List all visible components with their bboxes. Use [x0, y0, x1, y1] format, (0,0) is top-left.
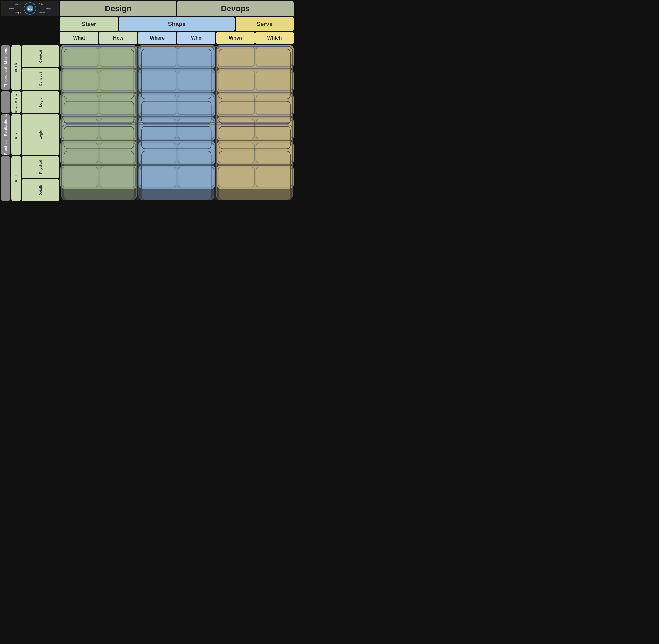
steer-header: Steer	[60, 17, 118, 31]
who-col-header: Who	[177, 32, 216, 44]
concept-row-label: Concept	[22, 68, 59, 90]
cell-which-logic2	[256, 119, 292, 139]
where-col-header: Where	[138, 32, 176, 44]
serve-logic2-group	[217, 117, 294, 140]
cell-how-logic2	[100, 119, 136, 139]
shape-context-group	[138, 45, 216, 68]
theoretical-section-label: Theoretical - Missions	[1, 45, 10, 90]
when-col-header: When	[216, 32, 255, 44]
cell-how-logic1	[100, 95, 136, 115]
serve-concept-group	[217, 69, 294, 92]
serve-physical-group	[217, 141, 294, 164]
cell-where-physical	[140, 143, 176, 163]
row-physical	[60, 141, 294, 164]
which-col-header: Which	[255, 32, 294, 44]
svg-text:Check: Check	[15, 3, 21, 5]
cell-where-concept	[140, 71, 176, 91]
logic1-row-label: Logic	[22, 91, 59, 113]
how-col-header: How	[99, 32, 137, 44]
cell-what-concept	[62, 71, 98, 91]
svg-text:People: People	[15, 12, 21, 14]
cell-which-logic1	[256, 95, 292, 115]
cell-where-details	[140, 167, 176, 187]
serve-logic1-group	[217, 93, 294, 116]
push-pusll-label: Push & Pusll	[11, 91, 21, 113]
steer-details-group	[60, 165, 137, 188]
svg-text:Shape: Shape	[46, 7, 51, 9]
push-label: Push	[11, 45, 21, 90]
cell-how-concept	[100, 71, 136, 91]
cell-how-physical	[100, 143, 136, 163]
serve-context-group	[217, 45, 294, 68]
design-header: Design	[60, 1, 176, 16]
cell-when-logic2	[218, 119, 255, 139]
cell-grid	[60, 45, 294, 188]
cell-who-details	[178, 167, 214, 187]
logic2-row-label: Logic	[22, 114, 59, 155]
shape-logic1-group	[138, 93, 216, 116]
cell-what-logic1	[62, 95, 98, 115]
serve-header: Serve	[236, 17, 294, 31]
shape-physical-group	[138, 141, 216, 164]
cell-who-concept	[178, 71, 214, 91]
shape-logic2-group	[138, 117, 216, 140]
cell-when-logic1	[218, 95, 255, 115]
row-details	[60, 165, 294, 188]
practical-section-label: Practical - Realizations	[1, 114, 10, 155]
cell-who-logic2	[178, 119, 214, 139]
shape-details-group	[138, 165, 216, 188]
row-context	[60, 45, 294, 68]
svg-text:Data: Data	[27, 8, 32, 10]
theoretical2-section-label	[1, 91, 10, 113]
cell-who-physical	[178, 143, 214, 163]
diagram-icon: Data Check Delivery Serve Shape People S…	[3, 2, 57, 16]
row-logic1	[60, 93, 294, 116]
cell-what-details	[62, 167, 98, 187]
cell-which-details	[256, 167, 292, 187]
cell-what-physical	[62, 143, 98, 163]
svg-text:Delivery: Delivery	[39, 3, 45, 5]
grid-content-area	[60, 45, 294, 201]
devops-header: Devops	[177, 1, 294, 16]
push-pull-label: Push	[11, 114, 21, 155]
cell-which-physical	[256, 143, 292, 163]
steer-concept-group	[60, 69, 137, 92]
cell-which-concept	[256, 71, 292, 91]
logo-area: Data Check Delivery Serve Shape People S…	[1, 1, 59, 16]
steer-physical-group	[60, 141, 137, 164]
what-col-header: What	[60, 32, 98, 44]
pull-label: Pull	[11, 156, 21, 201]
cell-when-physical	[218, 143, 255, 163]
cell-which-context	[256, 47, 292, 67]
svg-text:Serve: Serve	[9, 7, 14, 9]
row-logic2	[60, 117, 294, 140]
cell-where-logic2	[140, 119, 176, 139]
cell-what-context	[62, 47, 98, 67]
cell-where-context	[140, 47, 176, 67]
row-concept	[60, 69, 294, 92]
steer-logic1-group	[60, 93, 137, 116]
cell-who-logic1	[178, 95, 214, 115]
cell-when-concept	[218, 71, 255, 91]
cell-what-logic2	[62, 119, 98, 139]
cell-where-logic1	[140, 95, 176, 115]
steer-context-group	[60, 45, 137, 68]
shape-concept-group	[138, 69, 216, 92]
cell-when-details	[218, 167, 255, 187]
cell-how-details	[100, 167, 136, 187]
practical2-section-label	[1, 156, 10, 201]
svg-text:Search: Search	[39, 12, 45, 14]
cell-when-context	[218, 47, 255, 67]
cell-who-context	[178, 47, 214, 67]
shape-header: Shape	[119, 17, 235, 31]
details-row-label: Details	[22, 179, 59, 201]
serve-details-group	[217, 165, 294, 188]
steer-logic2-group	[60, 117, 137, 140]
physical-row-label: Physical	[22, 156, 59, 178]
cell-how-context	[100, 47, 136, 67]
context-row-label: Context	[22, 45, 59, 67]
